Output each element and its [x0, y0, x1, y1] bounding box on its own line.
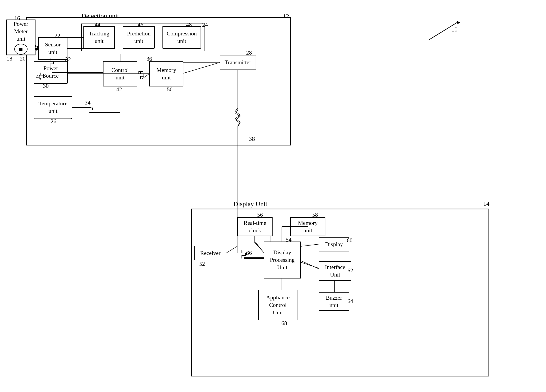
compression-label: Compression unit: [167, 30, 197, 45]
appliance-label: Appliance Control Unit: [266, 294, 290, 316]
memory-detection-label: Memory unit: [156, 66, 176, 81]
ref-54: 54: [286, 236, 292, 243]
svg-line-92: [301, 261, 319, 269]
sensor-label: Sensor unit: [45, 41, 61, 56]
ref-66: 66: [246, 250, 252, 256]
interface-box: Interface Unit: [319, 261, 351, 281]
control-label: Control unit: [111, 66, 129, 81]
ref-38: 38: [249, 135, 255, 142]
power-meter-box: Power Meter unit: [6, 20, 35, 55]
ref-36: 36: [146, 56, 152, 62]
ref-62: 62: [347, 267, 353, 274]
ref-42: 42: [116, 86, 122, 93]
power-meter-label: Power Meter unit: [14, 20, 28, 43]
tracking-box: Tracking unit: [84, 26, 115, 48]
temperature-label: Temperature unit: [39, 100, 67, 115]
compression-box: Compression unit: [162, 26, 201, 48]
ref-44: 44: [95, 22, 100, 28]
display-unit-label: Display Unit: [233, 200, 267, 208]
ref-14: 14: [483, 200, 489, 207]
prediction-box: Prediction unit: [123, 26, 155, 48]
memory-display-label: Memory unit: [298, 219, 318, 234]
svg-line-59: [429, 22, 458, 40]
ref-68: 68: [281, 320, 287, 327]
memory-detection-box: Memory unit: [149, 61, 183, 86]
ref-12: 12: [283, 13, 289, 20]
ref-60: 60: [347, 237, 352, 244]
ref-48: 48: [186, 22, 192, 28]
svg-line-91: [301, 244, 319, 246]
ref-64: 64: [347, 298, 353, 305]
detection-unit-label: Detection unit: [81, 12, 119, 19]
diagram-lines: [0, 0, 546, 392]
receiver-box: Receiver: [195, 246, 226, 260]
diagram: Power Meter unit 16 18 20 Detection unit…: [0, 0, 546, 392]
svg-line-54: [299, 262, 319, 268]
ref-58: 58: [312, 212, 318, 218]
control-box: Control unit: [103, 61, 137, 86]
display-processing-label: Display Processing Unit: [270, 249, 295, 271]
realtime-clock-box: Real-time clock: [237, 217, 273, 236]
svg-line-79: [183, 63, 220, 73]
ref10-arrow: [423, 18, 467, 44]
svg-line-88: [255, 241, 264, 253]
ref-52: 52: [199, 261, 205, 267]
ref-50: 50: [167, 86, 173, 93]
ref-28: 28: [246, 50, 252, 56]
display-box: Display: [319, 237, 349, 252]
receiver-label: Receiver: [200, 249, 220, 257]
ref-46: 46: [138, 22, 143, 28]
interface-label: Interface Unit: [325, 264, 345, 278]
ref-32: 32: [65, 56, 71, 63]
tracking-label: Tracking unit: [89, 30, 110, 45]
svg-marker-60: [457, 21, 460, 24]
connections-overlay: [0, 0, 546, 392]
transmitter-box: Transmitter: [220, 55, 256, 70]
prediction-label: Prediction unit: [127, 30, 151, 45]
appliance-box: Appliance Control Unit: [258, 290, 298, 320]
realtime-clock-label: Real-time clock: [244, 219, 266, 234]
sensor-box: Sensor unit: [39, 37, 67, 59]
ref-20: 20: [20, 56, 26, 62]
ref-26: 26: [51, 118, 56, 125]
temperature-box: Temperature unit: [34, 96, 72, 118]
memory-display-box: Memory unit: [290, 217, 325, 236]
ref-56: 56: [257, 212, 263, 218]
buzzer-label: Buzzer unit: [326, 294, 342, 309]
ref-18: 18: [6, 56, 12, 62]
buzzer-box: Buzzer unit: [319, 292, 349, 311]
ref-40: 40: [36, 74, 42, 80]
ref-34: 34: [85, 99, 91, 106]
ref-16: 16: [14, 15, 20, 22]
ref-24: 24: [202, 22, 208, 28]
display-label: Display: [325, 241, 343, 248]
ref-30: 30: [43, 83, 49, 89]
svg-line-77: [142, 74, 149, 79]
ref-22: 22: [55, 32, 60, 39]
transmitter-label: Transmitter: [225, 59, 251, 66]
svg-line-82: [226, 246, 238, 253]
svg-line-49: [254, 242, 264, 253]
power-source-label: Power Source: [43, 65, 58, 80]
display-processing-box: Display Processing Unit: [264, 241, 301, 278]
